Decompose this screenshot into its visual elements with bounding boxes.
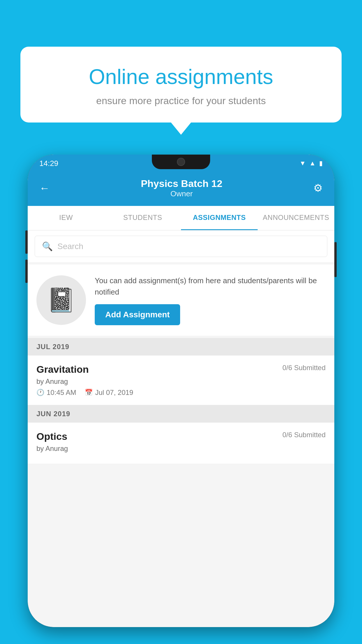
assignment-meta-gravitation: 🕐 10:45 AM 📅 Jul 07, 2019 — [36, 388, 326, 397]
wifi-icon: ▼ — [299, 160, 306, 167]
speech-bubble: Online assignments ensure more practice … — [20, 47, 342, 123]
back-button[interactable]: ← — [39, 182, 50, 194]
volume-up-button — [25, 230, 28, 254]
assignment-date: Jul 07, 2019 — [95, 388, 133, 397]
header-title-block: Physics Batch 12 Owner — [141, 178, 222, 198]
promo-text-block: You can add assignment(s) from here and … — [95, 275, 326, 325]
speech-bubble-title: Online assignments — [38, 64, 324, 89]
batch-title: Physics Batch 12 — [141, 178, 222, 189]
signal-icon: ▲ — [309, 160, 316, 167]
tab-iew[interactable]: IEW — [28, 206, 104, 230]
status-time: 14:29 — [39, 159, 58, 168]
assignment-item-optics[interactable]: Optics 0/6 Submitted by Anurag — [28, 423, 334, 464]
assignment-title-optics: Optics — [36, 431, 67, 442]
assignment-submitted-gravitation: 0/6 Submitted — [282, 364, 326, 372]
front-camera — [177, 158, 185, 166]
assignment-by-optics: by Anurag — [36, 444, 326, 453]
tab-students[interactable]: STUDENTS — [104, 206, 181, 230]
assignment-optics-top-row: Optics 0/6 Submitted — [36, 431, 326, 442]
assignment-title-gravitation: Gravitation — [36, 364, 89, 375]
assignment-submitted-optics: 0/6 Submitted — [282, 431, 326, 439]
speech-bubble-subtitle: ensure more practice for your students — [38, 95, 324, 106]
promo-icon-circle: 📓 — [36, 275, 86, 325]
batch-subtitle: Owner — [141, 189, 222, 198]
add-assignment-button[interactable]: Add Assignment — [95, 304, 180, 325]
search-bar[interactable]: 🔍 Search — [35, 236, 327, 257]
battery-icon: ▮ — [319, 160, 323, 167]
phone-container: 14:29 ▼ ▲ ▮ ← Physics Batch 12 Owner ⚙ — [28, 155, 334, 644]
phone-frame: 14:29 ▼ ▲ ▮ ← Physics Batch 12 Owner ⚙ — [28, 155, 334, 627]
power-button — [334, 242, 337, 277]
tabs-container: IEW STUDENTS ASSIGNMENTS ANNOUNCEMENTS — [28, 206, 334, 230]
app-header: ← Physics Batch 12 Owner ⚙ — [28, 172, 334, 206]
assignment-date-item: 📅 Jul 07, 2019 — [85, 388, 133, 397]
search-placeholder-text: Search — [57, 242, 83, 251]
assignment-top-row: Gravitation 0/6 Submitted — [36, 364, 326, 375]
search-icon: 🔍 — [42, 241, 53, 251]
phone-notch — [152, 155, 210, 169]
tab-announcements[interactable]: ANNOUNCEMENTS — [258, 206, 334, 230]
calendar-icon: 📅 — [85, 389, 93, 396]
assignment-by-gravitation: by Anurag — [36, 377, 326, 386]
volume-down-button — [25, 260, 28, 283]
status-icons: ▼ ▲ ▮ — [299, 160, 323, 167]
notebook-icon: 📓 — [47, 286, 76, 314]
phone-screen: 14:29 ▼ ▲ ▮ ← Physics Batch 12 Owner ⚙ — [28, 155, 334, 627]
speech-bubble-container: Online assignments ensure more practice … — [20, 47, 342, 123]
search-container: 🔍 Search — [28, 230, 334, 262]
tab-assignments[interactable]: ASSIGNMENTS — [181, 206, 258, 230]
promo-description: You can add assignment(s) from here and … — [95, 275, 326, 298]
clock-icon: 🕐 — [36, 389, 44, 396]
screen-content: 🔍 Search 📓 You can add assignment(s) fro… — [28, 230, 334, 627]
section-header-jul: JUL 2019 — [28, 338, 334, 356]
section-header-jun: JUN 2019 — [28, 405, 334, 423]
assignment-time-item: 🕐 10:45 AM — [36, 388, 76, 397]
settings-button[interactable]: ⚙ — [313, 182, 323, 194]
assignment-item-gravitation[interactable]: Gravitation 0/6 Submitted by Anurag 🕐 10… — [28, 356, 334, 405]
promo-block: 📓 You can add assignment(s) from here an… — [28, 265, 334, 336]
assignment-time: 10:45 AM — [47, 388, 76, 397]
